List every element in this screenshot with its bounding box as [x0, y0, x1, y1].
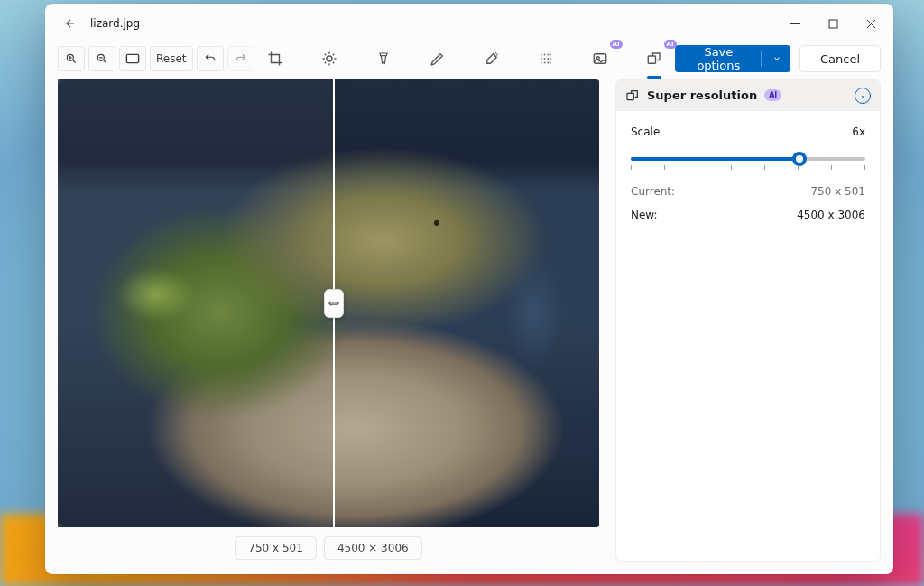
- blur-icon: [538, 51, 554, 67]
- minimize-button[interactable]: [776, 10, 814, 37]
- scale-value: 6x: [852, 126, 865, 138]
- slider-fill: [631, 157, 799, 161]
- erase-tool[interactable]: [476, 43, 507, 74]
- close-button[interactable]: [852, 10, 890, 37]
- before-region: [58, 79, 334, 527]
- svg-rect-0: [790, 23, 800, 24]
- maximize-icon: [828, 19, 838, 29]
- save-label: Save options: [688, 45, 751, 72]
- panel-header: Super resolution AI: [616, 80, 880, 111]
- preview-canvas[interactable]: [58, 79, 599, 527]
- cancel-button[interactable]: Cancel: [799, 45, 881, 72]
- crop-tool[interactable]: [260, 43, 291, 74]
- titlebar: lizard.jpg: [45, 4, 893, 43]
- save-options-button[interactable]: Save options: [675, 45, 790, 72]
- scale-label: Scale: [631, 126, 660, 138]
- redo-button[interactable]: [227, 46, 254, 71]
- new-value: 4500 x 3006: [797, 209, 865, 221]
- info-icon: [858, 91, 867, 100]
- super-resolution-panel: Super resolution AI Scale 6x: [615, 79, 881, 562]
- arrow-left-icon: [64, 17, 77, 30]
- current-value: 750 x 501: [810, 185, 865, 198]
- slider-thumb[interactable]: [792, 152, 807, 166]
- markup-tool[interactable]: [422, 43, 453, 74]
- close-icon: [866, 19, 876, 29]
- fit-button[interactable]: [119, 46, 146, 71]
- new-row: New: 4500 x 3006: [631, 209, 865, 221]
- image-ai-icon: [592, 51, 608, 67]
- enlarge-icon: [646, 51, 662, 67]
- svg-rect-4: [126, 54, 138, 62]
- blur-tool[interactable]: [531, 43, 561, 74]
- redo-icon: [235, 52, 247, 65]
- toolbar: Reset: [45, 43, 893, 79]
- adjust-tool[interactable]: [314, 43, 345, 74]
- chevron-down-icon: [772, 53, 781, 64]
- scale-slider[interactable]: [631, 149, 865, 174]
- undo-button[interactable]: [197, 46, 224, 71]
- svg-rect-9: [627, 93, 633, 99]
- before-dimensions: 750 x 501: [235, 536, 317, 560]
- pen-icon: [430, 51, 446, 67]
- tool-tabs: AI AI: [260, 43, 670, 74]
- zoom-in-icon: [65, 52, 78, 65]
- slider-ticks: [631, 165, 865, 170]
- ai-styles-tool[interactable]: AI: [585, 43, 615, 74]
- svg-rect-1: [829, 20, 837, 28]
- info-button[interactable]: [855, 88, 871, 104]
- swap-icon: [328, 297, 340, 310]
- canvas-column: 750 x 501 4500 × 3006: [58, 79, 599, 562]
- fit-icon: [125, 52, 140, 65]
- undo-icon: [204, 52, 217, 65]
- sparkle-eraser-icon: [484, 51, 500, 67]
- file-name: lizard.jpg: [90, 17, 140, 30]
- toolbar-actions: Save options Cancel: [675, 45, 881, 72]
- svg-rect-8: [648, 56, 655, 63]
- super-resolution-tool[interactable]: AI: [639, 43, 670, 74]
- enlarge-icon: [625, 88, 640, 103]
- main-area: 750 x 501 4500 × 3006 Super resolution A…: [45, 79, 893, 574]
- ai-badge: AI: [764, 89, 781, 101]
- maximize-button[interactable]: [814, 10, 852, 37]
- after-dimensions: 4500 × 3006: [324, 536, 422, 560]
- svg-point-5: [327, 56, 332, 61]
- crop-icon: [267, 51, 283, 67]
- compare-handle[interactable]: [324, 289, 344, 318]
- zoom-out-button[interactable]: [88, 46, 116, 71]
- panel-body: Scale 6x Current: 750 x 501 New:: [616, 111, 880, 236]
- panel-title: Super resolution: [647, 88, 757, 102]
- minimize-icon: [790, 19, 800, 29]
- photos-editor-window: lizard.jpg Reset: [45, 4, 893, 574]
- reset-button[interactable]: Reset: [150, 46, 193, 71]
- zoom-out-icon: [96, 52, 108, 65]
- filter-tool[interactable]: [368, 43, 399, 74]
- scale-row: Scale 6x: [631, 126, 865, 138]
- split-separator: [761, 51, 762, 67]
- zoom-in-button[interactable]: [58, 46, 85, 71]
- dimension-row: 750 x 501 4500 × 3006: [58, 527, 599, 562]
- ai-badge: AI: [664, 40, 677, 49]
- back-button[interactable]: [58, 11, 83, 36]
- ai-badge: AI: [610, 40, 623, 49]
- new-label: New:: [631, 209, 658, 221]
- filter-icon: [376, 51, 391, 67]
- adjust-icon: [321, 51, 337, 67]
- current-row: Current: 750 x 501: [631, 185, 865, 198]
- zoom-group: Reset: [58, 46, 254, 71]
- current-label: Current:: [631, 185, 675, 198]
